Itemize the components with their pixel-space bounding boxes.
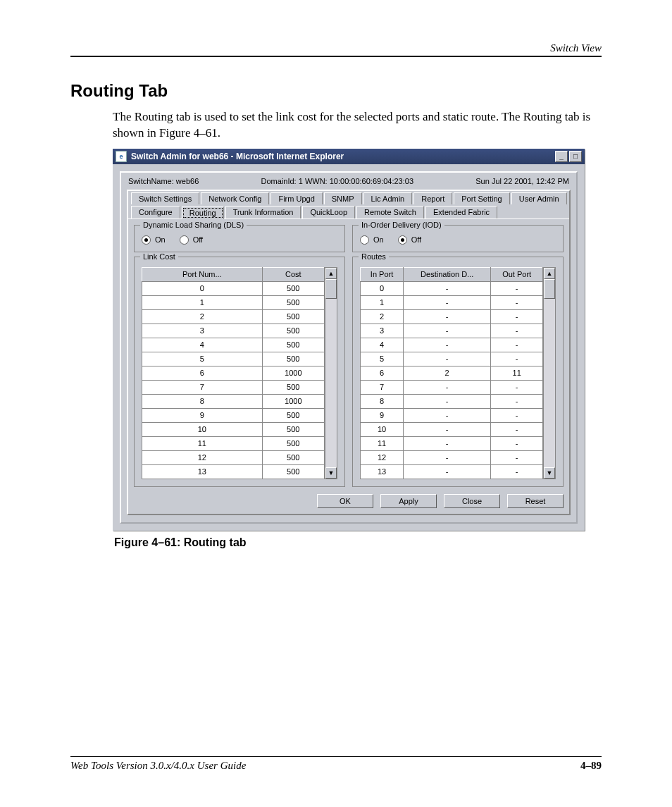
- table-cell[interactable]: 500: [262, 352, 324, 366]
- table-header[interactable]: Cost: [262, 267, 324, 281]
- table-row[interactable]: 2--: [361, 309, 543, 324]
- close-button[interactable]: Close: [444, 494, 500, 508]
- table-cell[interactable]: -: [404, 394, 491, 408]
- table-cell[interactable]: -: [404, 450, 491, 464]
- table-cell[interactable]: 500: [262, 422, 324, 436]
- routes-table[interactable]: In PortDestination D...Out Port0--1--2--…: [360, 267, 543, 479]
- table-row[interactable]: 11--: [361, 436, 543, 450]
- table-row[interactable]: 1500: [142, 295, 325, 309]
- scroll-up-icon[interactable]: ▲: [544, 268, 555, 279]
- table-row[interactable]: 10--: [361, 422, 543, 436]
- tab-quickloop[interactable]: QuickLoop: [302, 206, 355, 218]
- table-cell[interactable]: -: [404, 408, 491, 422]
- table-row[interactable]: 8--: [361, 394, 543, 408]
- table-cell[interactable]: 500: [262, 436, 324, 450]
- ok-button[interactable]: OK: [317, 494, 373, 508]
- table-cell[interactable]: -: [491, 352, 543, 366]
- table-cell[interactable]: 4: [142, 338, 263, 352]
- table-header[interactable]: Destination D...: [404, 267, 491, 281]
- table-cell[interactable]: 500: [262, 295, 324, 309]
- table-cell[interactable]: 5: [142, 352, 263, 366]
- table-cell[interactable]: 500: [262, 408, 324, 422]
- table-cell[interactable]: 500: [262, 450, 324, 464]
- tab-switch-settings[interactable]: Switch Settings: [131, 192, 199, 204]
- table-cell[interactable]: -: [491, 422, 543, 436]
- table-cell[interactable]: 500: [262, 324, 324, 338]
- table-cell[interactable]: 1000: [262, 394, 324, 408]
- scroll-down-icon[interactable]: ▼: [544, 467, 555, 479]
- tab-report[interactable]: Report: [413, 192, 452, 204]
- table-cell[interactable]: 7: [361, 380, 404, 394]
- table-cell[interactable]: 13: [142, 464, 263, 479]
- table-row[interactable]: 12--: [361, 450, 543, 464]
- table-cell[interactable]: -: [404, 309, 491, 324]
- tab-port-setting[interactable]: Port Setting: [454, 192, 509, 204]
- scroll-down-icon[interactable]: ▼: [325, 467, 337, 479]
- table-cell[interactable]: 8: [361, 394, 404, 408]
- table-row[interactable]: 0--: [361, 281, 543, 295]
- scroll-up-icon[interactable]: ▲: [325, 268, 337, 279]
- table-cell[interactable]: 500: [262, 281, 324, 295]
- window-titlebar[interactable]: e Switch Admin for web66 - Microsoft Int…: [113, 149, 585, 164]
- table-cell[interactable]: -: [491, 338, 543, 352]
- table-cell[interactable]: -: [491, 394, 543, 408]
- tab-routing[interactable]: Routing: [182, 207, 224, 219]
- table-row[interactable]: 9--: [361, 408, 543, 422]
- table-cell[interactable]: -: [404, 295, 491, 309]
- table-cell[interactable]: 0: [142, 281, 263, 295]
- table-row[interactable]: 61000: [142, 366, 325, 380]
- table-cell[interactable]: 2: [142, 309, 263, 324]
- table-cell[interactable]: -: [404, 352, 491, 366]
- table-cell[interactable]: 8: [142, 394, 263, 408]
- table-header[interactable]: In Port: [361, 267, 404, 281]
- iod-off-radio[interactable]: [398, 235, 407, 245]
- table-cell[interactable]: 500: [262, 309, 324, 324]
- table-cell[interactable]: 500: [262, 380, 324, 394]
- tab-firm-upgd[interactable]: Firm Upgd: [270, 192, 322, 204]
- minimize-button[interactable]: _: [555, 151, 568, 162]
- table-row[interactable]: 2500: [142, 309, 325, 324]
- table-row[interactable]: 9500: [142, 408, 325, 422]
- table-row[interactable]: 11500: [142, 436, 325, 450]
- tab-configure[interactable]: Configure: [131, 206, 180, 218]
- linkcost-table[interactable]: Port Num...Cost0500150025003500450055006…: [142, 267, 325, 479]
- table-cell[interactable]: 500: [262, 338, 324, 352]
- table-row[interactable]: 13500: [142, 464, 325, 479]
- dls-on-radio[interactable]: [142, 235, 151, 245]
- table-header[interactable]: Port Num...: [142, 267, 263, 281]
- tab-network-config[interactable]: Network Config: [201, 192, 269, 204]
- table-row[interactable]: 12500: [142, 450, 325, 464]
- table-cell[interactable]: -: [491, 450, 543, 464]
- table-cell[interactable]: -: [491, 380, 543, 394]
- table-row[interactable]: 5500: [142, 352, 325, 366]
- tab-user-admin[interactable]: User Admin: [511, 192, 567, 204]
- table-cell[interactable]: 5: [361, 352, 404, 366]
- table-cell[interactable]: 1: [361, 295, 404, 309]
- maximize-button[interactable]: □: [569, 151, 582, 162]
- table-row[interactable]: 0500: [142, 281, 325, 295]
- table-cell[interactable]: -: [491, 281, 543, 295]
- table-cell[interactable]: -: [404, 281, 491, 295]
- routes-scrollbar[interactable]: ▲ ▼: [543, 267, 556, 479]
- table-cell[interactable]: 9: [142, 408, 263, 422]
- table-cell[interactable]: 1: [142, 295, 263, 309]
- apply-button[interactable]: Apply: [380, 494, 437, 508]
- table-cell[interactable]: 12: [361, 450, 404, 464]
- table-cell[interactable]: 4: [361, 338, 404, 352]
- tab-trunk-information[interactable]: Trunk Information: [225, 206, 301, 218]
- table-cell[interactable]: -: [404, 464, 491, 479]
- table-cell[interactable]: 500: [262, 464, 324, 479]
- scroll-thumb[interactable]: [325, 279, 337, 299]
- tab-remote-switch[interactable]: Remote Switch: [356, 206, 424, 218]
- tab-snmp[interactable]: SNMP: [324, 192, 362, 204]
- reset-button[interactable]: Reset: [507, 494, 564, 508]
- table-row[interactable]: 4500: [142, 338, 325, 352]
- table-row[interactable]: 3500: [142, 324, 325, 338]
- table-cell[interactable]: 10: [361, 422, 404, 436]
- table-row[interactable]: 10500: [142, 422, 325, 436]
- table-row[interactable]: 7--: [361, 380, 543, 394]
- table-cell[interactable]: -: [491, 324, 543, 338]
- table-cell[interactable]: 11: [361, 436, 404, 450]
- table-cell[interactable]: 0: [361, 281, 404, 295]
- table-row[interactable]: 1--: [361, 295, 543, 309]
